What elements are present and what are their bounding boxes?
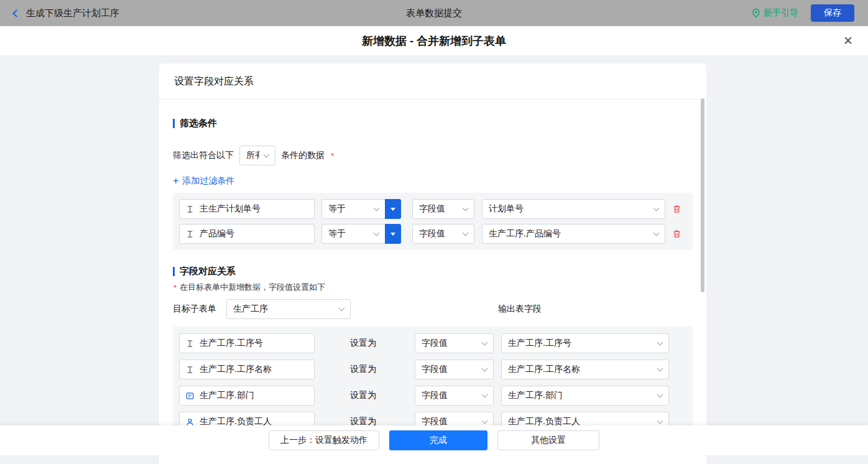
section-accent-bar — [173, 267, 175, 276]
set-as-label: 设置为 — [350, 338, 377, 349]
dialog-title: 新增数据 - 合并新增到子表单 — [362, 34, 506, 49]
chevron-down-icon — [653, 230, 660, 236]
field-name: 生产工序.工序号 — [200, 338, 263, 349]
value-type-value: 字段值 — [422, 390, 478, 401]
chevron-left-icon — [12, 9, 21, 17]
value-type-select[interactable]: 字段值 — [415, 333, 494, 353]
chevron-down-icon — [653, 205, 660, 211]
scrollbar-thumb[interactable] — [701, 98, 704, 292]
delete-condition-icon[interactable] — [672, 204, 681, 214]
beginner-guide-link[interactable]: 新手引导 — [752, 7, 798, 19]
done-button[interactable]: 完成 — [389, 430, 487, 450]
filter-operator-select[interactable]: 等于 — [321, 199, 401, 219]
match-mode-select[interactable]: 所有 — [239, 146, 275, 165]
output-field-select[interactable]: 生产工序.部门 — [501, 386, 669, 406]
target-subform-row: 目标子表单 生产工序 输出表字段 — [173, 299, 693, 319]
dialog-footer: 上一步：设置触发动作 完成 其他设置 — [0, 425, 868, 455]
section-accent-bar — [173, 119, 175, 128]
output-field-value: 生产工序.工序名称 — [508, 364, 653, 375]
filter-field-input[interactable]: 产品编号 — [179, 224, 315, 244]
target-subform-label: 目标子表单 — [173, 304, 216, 315]
delete-condition-icon[interactable] — [672, 229, 681, 239]
text-field-icon — [185, 205, 195, 214]
add-filter-label: 添加过滤条件 — [182, 175, 234, 187]
add-filter-condition-link[interactable]: + 添加过滤条件 — [173, 175, 234, 187]
filter-section-label: 筛选条件 — [180, 118, 217, 129]
location-pin-icon — [752, 8, 760, 18]
operator-value-box: 等于 — [321, 199, 385, 219]
operator-mode-button[interactable] — [385, 199, 401, 219]
mapping-field-input[interactable]: 生产工序.部门 — [179, 386, 315, 406]
filter-value-select[interactable]: 生产工序.产品编号 — [482, 224, 665, 244]
value-type-select[interactable]: 字段值 — [415, 360, 494, 379]
value-type-value: 字段值 — [422, 338, 478, 349]
topbar-actions: 新手引导 保存 — [752, 4, 854, 22]
chevron-down-icon — [374, 205, 380, 211]
value-type-select[interactable]: 字段值 — [412, 199, 474, 219]
filter-suffix-text: 条件的数据 — [281, 150, 325, 161]
filter-value: 生产工序.产品编号 — [489, 228, 649, 239]
mapping-row: 生产工序.部门 设置为 字段值 生产工序.部门 — [179, 385, 686, 406]
caret-down-icon — [390, 233, 395, 236]
filter-row: 产品编号 等于 字段值 生产工序.产品编号 — [179, 224, 686, 244]
text-field-icon — [185, 365, 195, 374]
mapping-field-input[interactable]: 生产工序.工序号 — [179, 333, 315, 353]
value-type-value: 字段值 — [419, 203, 458, 215]
back-button[interactable]: 生成下级生产计划工序 — [14, 7, 119, 19]
operator-value: 等于 — [328, 228, 369, 239]
filter-value-select[interactable]: 计划单号 — [482, 199, 665, 219]
chevron-down-icon — [657, 339, 663, 345]
match-mode-value: 所有 — [246, 150, 259, 161]
back-label: 生成下级生产计划工序 — [26, 7, 119, 19]
chevron-down-icon — [463, 205, 469, 211]
filter-section-title: 筛选条件 — [173, 117, 693, 130]
mapping-row: 生产工序.工序名称 设置为 字段值 生产工序.工序名称 — [179, 359, 686, 380]
filter-row: 主生产计划单号 等于 字段值 计划单号 — [179, 199, 686, 219]
chevron-down-icon — [264, 151, 270, 157]
card-header: 设置字段对应关系 — [159, 63, 706, 100]
target-subform-value: 生产工序 — [233, 304, 335, 315]
mapping-hint: * 在目标表单中新增数据，字段值设置如下 — [173, 282, 693, 293]
mapping-hint-text: 在目标表单中新增数据，字段值设置如下 — [180, 282, 325, 293]
field-name: 产品编号 — [200, 228, 234, 239]
operator-mode-button[interactable] — [385, 224, 401, 244]
mapping-row: 生产工序.工序号 设置为 字段值 生产工序.工序号 — [179, 333, 686, 354]
chevron-down-icon — [482, 391, 488, 397]
previous-step-button[interactable]: 上一步：设置触发动作 — [269, 430, 379, 450]
set-as-label: 设置为 — [350, 364, 377, 375]
chevron-down-icon — [482, 417, 488, 424]
mapping-section-title: 字段对应关系 — [173, 265, 693, 278]
value-type-value: 字段值 — [419, 228, 458, 239]
mapping-field-input[interactable]: 生产工序.工序名称 — [179, 360, 315, 379]
filter-match-line: 筛选出符合以下 所有 条件的数据 * — [173, 146, 693, 165]
chevron-down-icon — [482, 365, 488, 371]
filter-value: 计划单号 — [489, 203, 649, 215]
topbar-title: 表单数据提交 — [0, 7, 868, 19]
field-name: 生产工序.部门 — [200, 390, 254, 401]
value-type-value: 字段值 — [422, 364, 478, 375]
operator-value-box: 等于 — [321, 224, 385, 244]
output-field-select[interactable]: 生产工序.工序名称 — [501, 360, 669, 379]
form-data-submit-page: { "colors": { "accent_blue": "#1765e0", … — [0, 0, 868, 464]
set-as-label: 设置为 — [350, 390, 377, 401]
output-field-select[interactable]: 生产工序.工序号 — [501, 333, 669, 353]
other-settings-button[interactable]: 其他设置 — [497, 430, 599, 450]
value-type-select[interactable]: 字段值 — [415, 386, 494, 406]
target-subform-select[interactable]: 生产工序 — [226, 299, 351, 319]
output-field-value: 生产工序.工序号 — [508, 338, 653, 349]
close-icon[interactable]: ✕ — [843, 33, 853, 49]
required-mark: * — [173, 283, 177, 292]
value-type-select[interactable]: 字段值 — [412, 224, 474, 244]
chevron-down-icon — [463, 230, 469, 236]
filter-field-input[interactable]: 主生产计划单号 — [179, 199, 315, 219]
department-icon — [185, 391, 195, 401]
field-name: 生产工序.工序名称 — [200, 364, 272, 375]
save-button[interactable]: 保存 — [811, 4, 854, 22]
chevron-down-icon — [339, 305, 345, 311]
plus-icon: + — [173, 177, 178, 185]
required-mark: * — [331, 151, 334, 160]
caret-down-icon — [390, 208, 395, 211]
filter-operator-select[interactable]: 等于 — [321, 224, 401, 244]
text-field-icon — [185, 339, 195, 348]
topbar: 生成下级生产计划工序 表单数据提交 新手引导 保存 — [0, 0, 868, 26]
